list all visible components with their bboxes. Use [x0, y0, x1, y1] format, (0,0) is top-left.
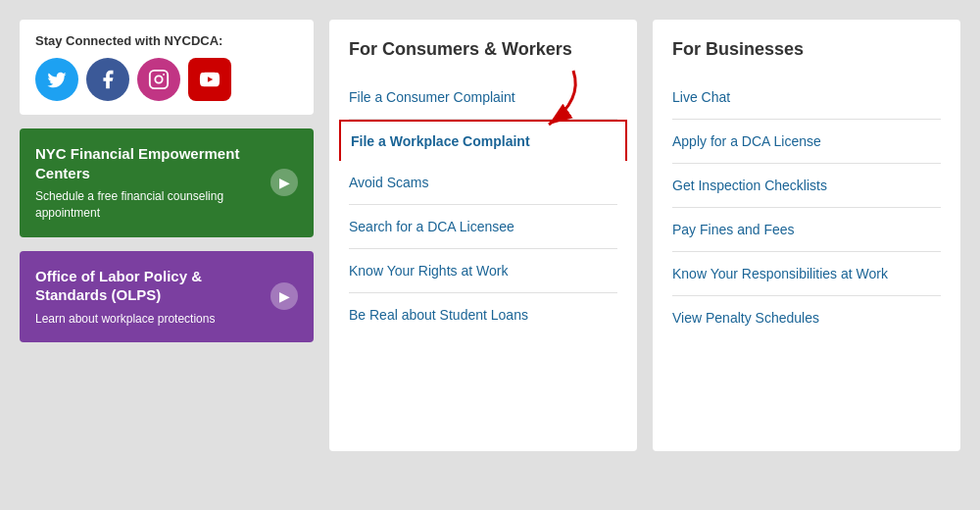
svg-rect-0 — [150, 71, 168, 88]
green-card-title: NYC Financial Empowerment Centers — [35, 144, 261, 182]
purple-card-desc: Learn about workplace protections — [35, 311, 261, 328]
know-responsibilities-link[interactable]: Know Your Responsibilities at Work — [672, 252, 941, 296]
pay-fines-fees-link[interactable]: Pay Fines and Fees — [672, 208, 941, 252]
svg-point-2 — [163, 74, 165, 76]
student-loans-link[interactable]: Be Real about Student Loans — [349, 293, 617, 336]
youtube-icon[interactable] — [188, 58, 231, 101]
apply-dca-license-link[interactable]: Apply for a DCA License — [672, 120, 941, 164]
consumers-menu: File a Consumer Complaint File a Workpla… — [349, 76, 617, 336]
right-column: For Businesses Live Chat Apply for a DCA… — [653, 20, 960, 451]
know-rights-work-link[interactable]: Know Your Rights at Work — [349, 249, 617, 293]
social-icons-row — [35, 58, 298, 101]
file-workplace-complaint-link[interactable]: File a Workplace Complaint — [339, 120, 627, 161]
purple-card-arrow: ▶ — [270, 282, 298, 310]
purple-card-title: Office of Labor Policy & Standards (OLPS… — [35, 267, 261, 305]
green-card-desc: Schedule a free financial counseling app… — [35, 188, 261, 222]
avoid-scams-link[interactable]: Avoid Scams — [349, 161, 617, 205]
social-section: Stay Connected with NYCDCA: — [20, 20, 314, 115]
main-container: Stay Connected with NYCDCA: NYC Financia… — [20, 20, 960, 490]
olps-card[interactable]: Office of Labor Policy & Standards (OLPS… — [20, 251, 314, 343]
instagram-icon[interactable] — [137, 58, 180, 101]
middle-column: For Consumers & Workers File a Consumer … — [329, 20, 637, 451]
social-title: Stay Connected with NYCDCA: — [35, 33, 298, 48]
green-card-arrow: ▶ — [270, 169, 298, 196]
businesses-title: For Businesses — [672, 39, 941, 60]
financial-empowerment-card[interactable]: NYC Financial Empowerment Centers Schedu… — [20, 128, 314, 237]
consumers-workers-title: For Consumers & Workers — [349, 39, 617, 60]
search-dca-licensee-link[interactable]: Search for a DCA Licensee — [349, 205, 617, 249]
view-penalty-schedules-link[interactable]: View Penalty Schedules — [672, 296, 941, 339]
facebook-icon[interactable] — [86, 58, 129, 101]
svg-point-1 — [155, 76, 162, 82]
highlighted-item-wrapper: File a Workplace Complaint — [349, 120, 617, 161]
twitter-icon[interactable] — [35, 58, 78, 101]
live-chat-link[interactable]: Live Chat — [672, 76, 941, 120]
left-column: Stay Connected with NYCDCA: NYC Financia… — [20, 20, 314, 342]
get-inspection-checklists-link[interactable]: Get Inspection Checklists — [672, 164, 941, 208]
